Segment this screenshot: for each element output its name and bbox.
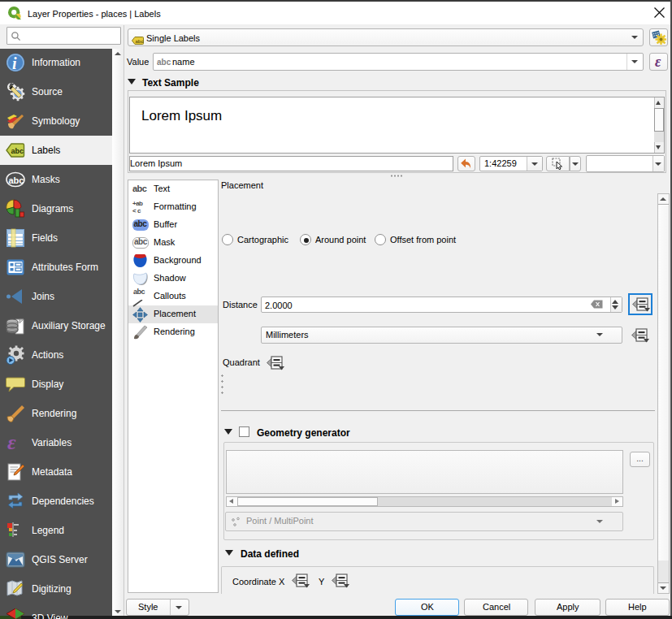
svg-text:i: i bbox=[12, 54, 17, 72]
svg-text:abc: abc bbox=[9, 175, 24, 185]
svg-text:abc: abc bbox=[11, 147, 24, 155]
svg-text:abc: abc bbox=[136, 39, 145, 44]
